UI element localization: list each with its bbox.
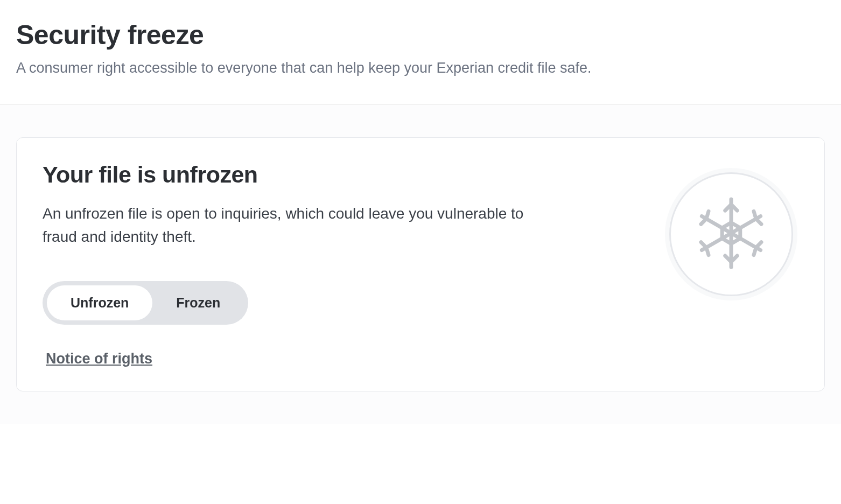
card-title: Your file is unfrozen <box>43 162 549 188</box>
snowflake-circle <box>669 172 793 296</box>
page-header: Security freeze A consumer right accessi… <box>0 0 841 105</box>
svg-line-9 <box>756 242 761 248</box>
freeze-status-card: Your file is unfrozen An unfrozen file i… <box>16 137 825 391</box>
toggle-unfrozen-button[interactable]: Unfrozen <box>47 285 152 320</box>
svg-line-7 <box>701 219 706 224</box>
card-content: Your file is unfrozen An unfrozen file i… <box>43 162 549 367</box>
snowflake-icon <box>693 195 769 273</box>
toggle-frozen-button[interactable]: Frozen <box>152 285 244 320</box>
freeze-toggle: Unfrozen Frozen <box>43 281 248 325</box>
page-subtitle: A consumer right accessible to everyone … <box>16 58 825 79</box>
svg-line-12 <box>706 247 709 255</box>
svg-line-14 <box>756 219 761 224</box>
card-description: An unfrozen file is open to inquiries, w… <box>43 202 549 249</box>
content-area: Your file is unfrozen An unfrozen file i… <box>0 105 841 424</box>
card-illustration <box>669 162 798 296</box>
notice-of-rights-link[interactable]: Notice of rights <box>46 351 152 367</box>
page-title: Security freeze <box>16 19 825 51</box>
